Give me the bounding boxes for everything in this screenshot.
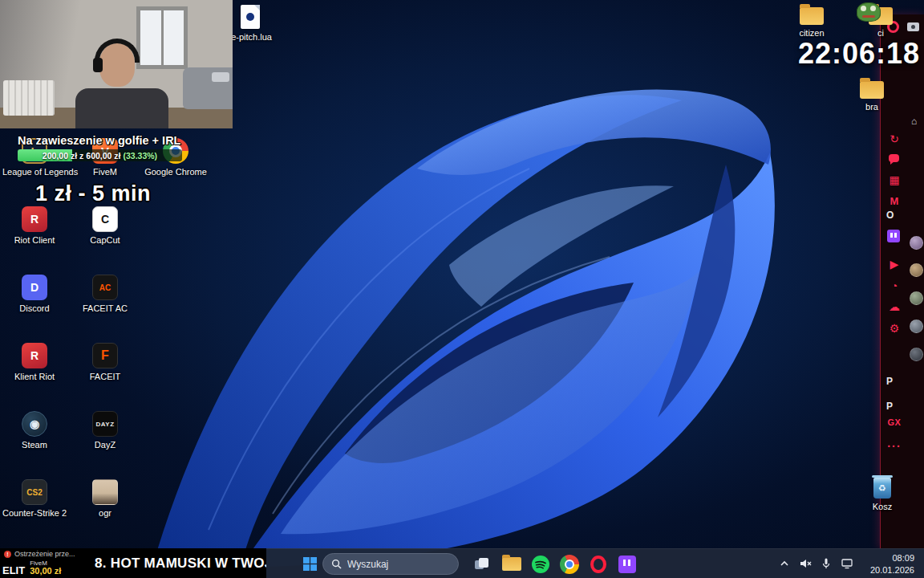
tray-time: 08:09	[892, 552, 914, 564]
icon-glyph: CS2	[26, 488, 42, 497]
webcam-radiator	[3, 80, 55, 116]
donation-progress-text: 200,00 zł z 600,00 zł (33.33%)	[18, 149, 182, 161]
gx-corner-icon[interactable]: GX	[886, 418, 903, 427]
sidebar-section-p1: P	[886, 376, 893, 387]
steam-icon: ◉	[22, 411, 47, 437]
avatar[interactable]	[910, 263, 923, 277]
task-view-button[interactable]	[468, 551, 494, 577]
desktop-icon-faceit-ac[interactable]: AC FACEIT AC	[73, 275, 137, 314]
desktop-icon-capcut[interactable]: C CapCut	[73, 206, 137, 246]
chrome-icon	[560, 555, 579, 574]
player-play-icon[interactable]: ▶	[887, 258, 902, 270]
toast-text: Ostrzeżenie prze...	[14, 550, 75, 558]
warning-icon: !	[4, 551, 11, 558]
taskbar-search[interactable]	[322, 553, 459, 575]
taskbar-clock[interactable]: 08:09 20.01.2026	[867, 552, 918, 576]
counter-strike-2-icon: CS2	[22, 479, 47, 505]
desktop-icon-discord[interactable]: D Discord	[2, 275, 67, 314]
spotify-icon	[531, 555, 550, 574]
home-icon[interactable]: ⌂	[911, 116, 917, 127]
avatar[interactable]	[910, 320, 923, 333]
desktop-folder-bra[interactable]: bra	[840, 77, 904, 112]
desktop-folder-citizen[interactable]: citizen	[780, 3, 844, 39]
desktop-icon-label: Discord	[2, 303, 67, 314]
tray-date: 20.01.2026	[870, 564, 914, 576]
webcam-bed	[183, 67, 233, 109]
opera-gx-button[interactable]	[586, 551, 611, 577]
desktop-icon-label: Klient Riot	[2, 372, 67, 382]
desktop-icon-label: DayZ	[73, 440, 137, 450]
messenger-icon[interactable]	[889, 154, 899, 162]
desktop-icon-riot-client[interactable]: R Riot Client	[2, 206, 67, 246]
desktop-icon-counter-strike-2[interactable]: CS2 Counter-Strike 2	[2, 479, 67, 519]
stream-ticker-overlay: ! Ostrzeżenie prze... ELIT FiveM 30,00 z…	[0, 548, 266, 578]
desktop-icon-ogr[interactable]: ogr	[73, 479, 137, 519]
task-view-icon	[474, 556, 489, 572]
reload-icon[interactable]: ↻	[887, 133, 902, 144]
icon-glyph: F	[101, 348, 109, 363]
chrome-button[interactable]	[557, 551, 582, 577]
chevron-up-icon	[779, 558, 790, 569]
twitch-icon[interactable]	[887, 230, 900, 242]
opera-gx-icon	[590, 556, 606, 573]
tray-screen-cast[interactable]	[837, 554, 857, 573]
webcam-overlay	[0, 0, 233, 128]
donation-goal-widget: Na zawieszenie w golfie + IRL 200,00 zł …	[18, 134, 190, 161]
settings-gear-icon[interactable]: ⚙	[887, 323, 902, 334]
recycle-bin-icon: ♻	[873, 478, 891, 499]
donor-name: ELIT	[2, 564, 25, 576]
desktop-icon-label: Riot Client	[2, 235, 67, 246]
icon-glyph: R	[30, 213, 38, 226]
tray-microphone[interactable]	[817, 554, 836, 573]
desktop-icon-steam[interactable]: ◉ Steam	[2, 411, 67, 450]
pepe-image	[857, 2, 881, 22]
desktop-icon-label: Google Chrome	[144, 167, 208, 177]
desktop-icon-label: Counter-Strike 2	[2, 508, 67, 519]
stream-clock-overlay: 22:06:18	[798, 37, 920, 71]
donor-amount: 30,00 zł	[30, 567, 61, 576]
recycle-bin-label: Kosz	[850, 502, 914, 512]
sidebar-section-o: O	[886, 210, 894, 221]
icon-glyph: ◉	[30, 417, 39, 430]
desktop-icon-recycle-bin[interactable]: ♻ Kosz	[850, 478, 914, 512]
twitch-button[interactable]	[614, 551, 640, 577]
tray-volume-muted[interactable]	[796, 554, 815, 573]
desktop-icon-faceit[interactable]: F FACEIT	[73, 343, 137, 382]
desktop-icon-label: FACEIT AC	[73, 303, 137, 314]
tray-hidden-icons-chevron[interactable]	[775, 554, 794, 573]
start-button[interactable]	[297, 551, 322, 577]
goal-total-amount: 600,00 zł	[86, 151, 120, 161]
avatar[interactable]	[910, 291, 923, 305]
search-input[interactable]	[347, 559, 444, 570]
weather-cloud-icon[interactable]: ☁	[887, 301, 902, 312]
spotify-button[interactable]	[528, 551, 553, 577]
desktop-icon-dayz[interactable]: DAYZ DayZ	[73, 411, 137, 450]
goal-current-amount: 200,00 zł	[43, 151, 77, 161]
avatar[interactable]	[910, 348, 923, 361]
avatar[interactable]	[910, 236, 923, 250]
discord-icon: D	[22, 275, 47, 300]
desktop-icon-klient-riot[interactable]: R Klient Riot	[2, 343, 67, 382]
icon-glyph: C	[101, 213, 109, 226]
file-explorer-button[interactable]	[499, 551, 525, 577]
clock-icon[interactable]: ◔	[887, 280, 902, 291]
windows-logo-icon	[303, 557, 317, 571]
microphone-icon	[820, 557, 833, 570]
desktop-icon-label: FiveM	[73, 167, 137, 177]
desktop-icon-label: League of Legends	[2, 167, 67, 177]
gmail-icon[interactable]: M	[887, 196, 902, 206]
capcut-icon: C	[92, 206, 118, 232]
volume-muted-icon	[799, 557, 812, 570]
goal-percent: (33.33%)	[124, 151, 158, 161]
faceit-ac-icon: AC	[92, 275, 118, 300]
calculator-icon[interactable]: ▦	[887, 174, 902, 185]
sidebar-more-icon[interactable]: ...	[887, 438, 902, 449]
donation-goal-title: Na zawieszenie w golfie + IRL	[18, 134, 190, 147]
lua-file-icon	[241, 5, 260, 29]
folder-label: bra	[840, 102, 904, 112]
dayz-icon: DAYZ	[92, 411, 118, 437]
headphone-earcup	[93, 58, 103, 72]
folder-icon	[800, 7, 824, 25]
webcam-streamer	[75, 37, 168, 128]
icon-glyph: D	[30, 281, 38, 294]
